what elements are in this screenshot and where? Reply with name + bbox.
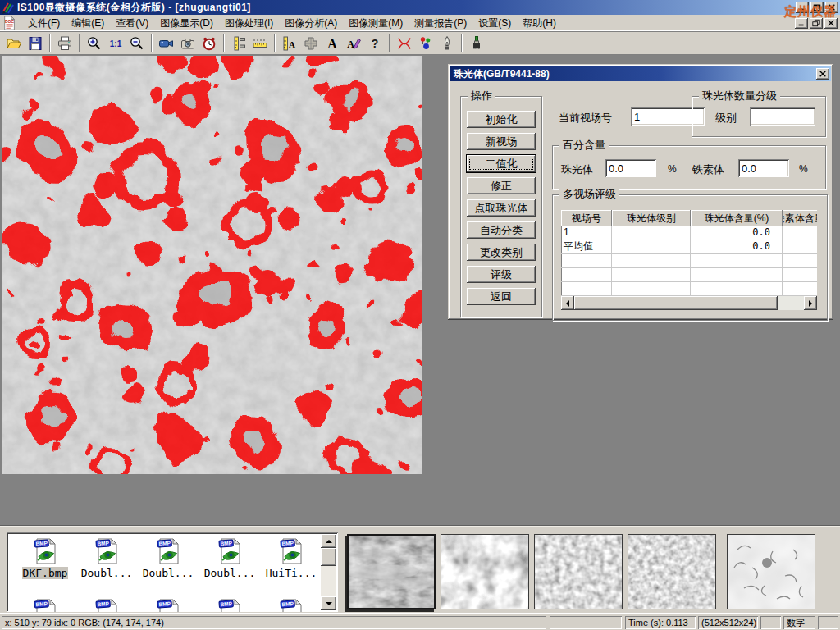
capture-mode-readout: 数字 — [783, 616, 815, 629]
red-curves-button[interactable] — [394, 34, 415, 53]
pearlite-dialog: 珠光体(GB/T9441-88) 操作 初始化新视场二值化修正点取珠光体自动分类… — [448, 64, 833, 320]
toolbar-separator — [274, 34, 276, 52]
file-scrollbar-thumb[interactable] — [321, 548, 336, 566]
table-horizontal-scrollbar[interactable] — [561, 296, 817, 310]
zoom-in-button[interactable] — [84, 34, 105, 53]
video-camera-icon — [158, 35, 175, 52]
op-button-7[interactable]: 更改类别 — [467, 244, 536, 261]
file-item-doubl-[interactable]: BMPDoubl... — [138, 537, 199, 580]
pearlite-percent-input[interactable] — [605, 159, 656, 177]
grid-cross-button[interactable] — [300, 34, 322, 53]
op-button-4[interactable]: 修正 — [467, 177, 536, 194]
menu-view[interactable]: 查看(V) — [110, 15, 154, 32]
svg-text:BMP: BMP — [35, 540, 48, 546]
open-file-button[interactable] — [3, 34, 25, 53]
video-camera-button[interactable] — [156, 34, 177, 53]
column-header-2[interactable]: 珠光体级别 — [612, 210, 691, 226]
mdi-minimize-button[interactable] — [795, 18, 808, 29]
file-item-doubl-[interactable]: BMPDoubl... — [76, 537, 137, 580]
table-row-4[interactable] — [561, 268, 817, 282]
dialog-title: 珠光体(GB/T9441-88) — [450, 67, 550, 81]
menu-edit[interactable]: 编辑(E) — [66, 15, 110, 32]
file-item-partial-2[interactable]: BMP — [76, 598, 137, 612]
op-button-2[interactable]: 新视场 — [467, 133, 536, 150]
op-button-9[interactable]: 返回 — [467, 288, 536, 305]
table-row-1[interactable]: 10.0 — [561, 226, 817, 240]
vertical-caliper-button[interactable] — [228, 34, 249, 53]
menu-help[interactable]: 帮助(H) — [517, 15, 562, 32]
table-cell — [612, 268, 691, 281]
file-item-partial-3[interactable]: BMP — [138, 598, 199, 612]
menu-image-display[interactable]: 图像显示(D) — [154, 15, 219, 32]
micrograph-thumbnail-2[interactable] — [441, 534, 529, 609]
grading-group: 珠光体数量分级 级别 — [692, 96, 826, 137]
column-header-4[interactable]: 铁素体含量(%) — [783, 210, 817, 226]
menu-settings[interactable]: 设置(S) — [472, 15, 517, 32]
scroll-up-button[interactable] — [321, 534, 336, 548]
scroll-down-button[interactable] — [321, 596, 336, 610]
micrograph-thumbnail-1[interactable] — [347, 534, 436, 609]
micrograph-thumbnail-5[interactable] — [727, 534, 815, 609]
save-file-button[interactable] — [25, 34, 46, 53]
mdi-restore-button[interactable] — [810, 18, 823, 29]
svg-text:BMP: BMP — [220, 540, 233, 546]
grade-level-input[interactable] — [750, 107, 815, 126]
timer-clock-button[interactable] — [199, 34, 220, 53]
menu-image-analysis[interactable]: 图像分析(A) — [279, 15, 343, 32]
op-button-1[interactable]: 初始化 — [467, 111, 536, 128]
app-icon — [2, 1, 15, 14]
annotate-pencil-icon: A — [345, 35, 362, 52]
table-row-5[interactable] — [561, 282, 817, 296]
file-item-huiti-[interactable]: BMPHuiTi... — [261, 537, 322, 580]
menu-image-process[interactable]: 图像处理(I) — [219, 15, 279, 32]
column-header-3[interactable]: 珠光体含量(%) — [691, 210, 783, 226]
measure-scale-button[interactable]: A — [279, 34, 300, 53]
table-row-3[interactable] — [561, 254, 817, 268]
micrograph-binary-image[interactable] — [2, 56, 422, 474]
op-button-6[interactable]: 自动分类 — [467, 221, 536, 239]
op-button-5[interactable]: 点取珠光体 — [467, 199, 536, 217]
text-label-button[interactable]: A — [322, 34, 343, 53]
pen-nib-button[interactable] — [436, 34, 458, 53]
svg-text:1:1: 1:1 — [110, 39, 122, 48]
annotate-pencil-button[interactable]: A — [343, 34, 364, 53]
actual-size-button[interactable]: 1:1 — [105, 34, 126, 53]
scroll-left-button[interactable] — [561, 296, 574, 310]
table-row-2[interactable]: 平均值0.0 — [561, 240, 817, 254]
column-header-1[interactable]: 视场号 — [561, 210, 612, 226]
file-item-partial-1[interactable]: BMP — [15, 598, 75, 612]
mdi-close-button[interactable] — [824, 18, 838, 29]
file-item-doubl-[interactable]: BMPDoubl... — [199, 537, 260, 580]
table-cell — [783, 240, 817, 253]
op-button-8[interactable]: 评级 — [467, 266, 536, 283]
processing-time-readout: Time (s): 0.113 — [625, 616, 696, 629]
minimize-button[interactable] — [796, 2, 809, 13]
scrollbar-thumb[interactable] — [574, 296, 778, 310]
dialog-close-button[interactable] — [816, 68, 829, 80]
micrograph-thumbnail-4[interactable] — [628, 534, 716, 609]
print-button[interactable] — [54, 34, 75, 53]
maximize-button[interactable] — [810, 2, 824, 13]
menu-file[interactable]: 文件(F) — [22, 15, 66, 32]
zoom-out-button[interactable] — [126, 34, 148, 53]
svg-text:A: A — [347, 38, 354, 49]
cursor-position-readout: x: 510 y: 79 idx: 0 RGB: (174, 174, 174) — [2, 616, 546, 629]
file-item-dkf-bmp[interactable]: BMPDKF.bmp — [15, 537, 75, 580]
color-particles-button[interactable] — [415, 34, 436, 53]
micrograph-thumbnail-3[interactable] — [534, 534, 623, 609]
scroll-right-button[interactable] — [804, 296, 817, 310]
scrollbar-track[interactable] — [778, 296, 804, 310]
file-browser-scrollbar[interactable] — [321, 534, 336, 610]
close-button[interactable] — [825, 2, 838, 13]
horizontal-ruler-button[interactable] — [249, 34, 271, 53]
file-item-partial-5[interactable]: BMP — [261, 598, 322, 612]
menu-image-measure[interactable]: 图像测量(M) — [343, 15, 409, 32]
table-cell — [783, 226, 817, 240]
ferrite-percent-input[interactable] — [738, 159, 789, 177]
brush-button[interactable] — [466, 34, 487, 53]
capture-camera-button[interactable] — [177, 34, 199, 53]
file-item-partial-4[interactable]: BMP — [199, 598, 260, 612]
op-button-3[interactable]: 二值化 — [467, 155, 536, 172]
help-button[interactable]: ? — [364, 34, 386, 53]
menu-measure-report[interactable]: 测量报告(P) — [409, 15, 472, 32]
